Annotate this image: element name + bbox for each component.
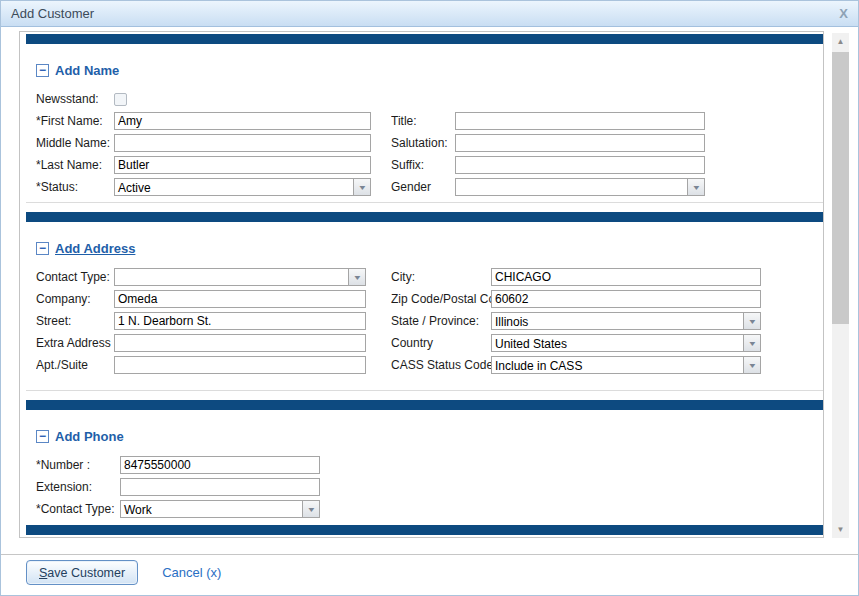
save-customer-label: Save Customer bbox=[39, 566, 125, 580]
extra-address-row: Extra Address Country United States ▼ bbox=[36, 334, 823, 352]
title-label: Title: bbox=[391, 114, 455, 128]
newsstand-row: Newsstand: bbox=[36, 90, 823, 108]
state-province-dropdown-value: Illinois bbox=[492, 313, 743, 329]
chevron-down-icon[interactable]: ▼ bbox=[743, 313, 760, 329]
phone-contact-type-label: *Contact Type: bbox=[36, 502, 120, 516]
apt-suite-row: Apt./Suite CASS Status Code Include in C… bbox=[36, 356, 823, 374]
state-province-label: State / Province: bbox=[391, 314, 491, 328]
status-label: *Status: bbox=[36, 180, 114, 194]
first-name-row: *First Name: Title: bbox=[36, 112, 823, 130]
country-label: Country bbox=[391, 336, 491, 350]
add-address-title[interactable]: Add Address bbox=[55, 241, 135, 256]
section-divider-bar bbox=[26, 212, 823, 222]
add-phone-title: Add Phone bbox=[55, 429, 124, 444]
middle-name-row: Middle Name: Salutation: bbox=[36, 134, 823, 152]
middle-name-input[interactable] bbox=[114, 134, 371, 152]
add-name-section: − Add Name Newsstand: *First Name: Title… bbox=[26, 62, 823, 203]
scroll-down-icon[interactable]: ▼ bbox=[832, 521, 849, 538]
street-row: Street: State / Province: Illinois ▼ bbox=[36, 312, 823, 330]
status-dropdown-value: Active bbox=[115, 179, 353, 195]
vertical-scrollbar[interactable]: ▲ ▼ bbox=[832, 33, 849, 538]
title-input[interactable] bbox=[455, 112, 705, 130]
extra-address-label: Extra Address bbox=[36, 336, 114, 350]
contact-type-label: Contact Type: bbox=[36, 270, 114, 284]
status-dropdown[interactable]: Active ▼ bbox=[114, 178, 371, 196]
chevron-down-icon[interactable]: ▼ bbox=[353, 179, 370, 195]
chevron-down-icon[interactable]: ▼ bbox=[743, 335, 760, 351]
dialog-title: Add Customer bbox=[11, 6, 94, 21]
first-name-label: *First Name: bbox=[36, 114, 114, 128]
extension-input[interactable] bbox=[120, 478, 320, 496]
phone-contact-type-dropdown[interactable]: Work ▼ bbox=[120, 500, 320, 518]
newsstand-label: Newsstand: bbox=[36, 92, 114, 106]
state-province-dropdown[interactable]: Illinois ▼ bbox=[491, 312, 761, 330]
suffix-input[interactable] bbox=[455, 156, 705, 174]
add-name-title: Add Name bbox=[55, 63, 119, 78]
phone-contact-type-row: *Contact Type: Work ▼ bbox=[36, 500, 823, 518]
apt-suite-label: Apt./Suite bbox=[36, 358, 114, 372]
phone-contact-type-dropdown-value: Work bbox=[121, 501, 302, 517]
last-name-input[interactable] bbox=[114, 156, 371, 174]
cancel-link[interactable]: Cancel (x) bbox=[162, 565, 221, 580]
section-divider-bar bbox=[26, 34, 823, 44]
gender-dropdown[interactable]: ▼ bbox=[455, 178, 705, 196]
chevron-down-icon[interactable]: ▼ bbox=[743, 357, 760, 373]
street-input[interactable] bbox=[114, 312, 366, 330]
dialog-titlebar: Add Customer X bbox=[1, 1, 858, 27]
salutation-input[interactable] bbox=[455, 134, 705, 152]
section-divider-bar bbox=[26, 525, 823, 535]
apt-suite-input[interactable] bbox=[114, 356, 366, 374]
extension-label: Extension: bbox=[36, 480, 120, 494]
footer-divider bbox=[1, 554, 858, 555]
chevron-down-icon[interactable]: ▼ bbox=[302, 501, 319, 517]
scroll-up-icon[interactable]: ▲ bbox=[832, 33, 849, 50]
cass-status-dropdown-value: Include in CASS bbox=[492, 357, 743, 373]
phone-number-label: *Number : bbox=[36, 458, 120, 472]
add-customer-dialog: Add Customer X − Add Name Newsstand: *Fi… bbox=[0, 0, 859, 596]
middle-name-label: Middle Name: bbox=[36, 136, 114, 150]
chevron-down-icon[interactable]: ▼ bbox=[348, 269, 365, 285]
country-dropdown-value: United States bbox=[492, 335, 743, 351]
collapse-minus-icon[interactable]: − bbox=[36, 430, 49, 443]
salutation-label: Salutation: bbox=[391, 136, 455, 150]
scrollbar-thumb[interactable] bbox=[832, 52, 849, 324]
section-divider-bar bbox=[26, 400, 823, 410]
first-name-input[interactable] bbox=[114, 112, 371, 130]
street-label: Street: bbox=[36, 314, 114, 328]
company-input[interactable] bbox=[114, 290, 366, 308]
cass-status-dropdown[interactable]: Include in CASS ▼ bbox=[491, 356, 761, 374]
form-scroll-panel: − Add Name Newsstand: *First Name: Title… bbox=[19, 31, 824, 538]
last-name-row: *Last Name: Suffix: bbox=[36, 156, 823, 174]
suffix-label: Suffix: bbox=[391, 158, 455, 172]
zip-code-input[interactable] bbox=[491, 290, 761, 308]
country-dropdown[interactable]: United States ▼ bbox=[491, 334, 761, 352]
cass-status-label: CASS Status Code bbox=[391, 358, 491, 372]
contact-type-dropdown-value bbox=[115, 269, 348, 285]
company-label: Company: bbox=[36, 292, 114, 306]
contact-type-row: Contact Type: ▼ City: bbox=[36, 268, 823, 286]
last-name-label: *Last Name: bbox=[36, 158, 114, 172]
extra-address-input[interactable] bbox=[114, 334, 366, 352]
status-row: *Status: Active ▼ Gender ▼ bbox=[36, 178, 823, 196]
extension-row: Extension: bbox=[36, 478, 823, 496]
company-row: Company: Zip Code/Postal Code: bbox=[36, 290, 823, 308]
phone-number-input[interactable] bbox=[120, 456, 320, 474]
city-input[interactable] bbox=[491, 268, 761, 286]
phone-number-row: *Number : bbox=[36, 456, 823, 474]
add-address-section: − Add Address Contact Type: ▼ City: Comp… bbox=[26, 240, 823, 391]
add-phone-section: − Add Phone *Number : Extension: *Contac… bbox=[26, 428, 823, 524]
zip-code-label: Zip Code/Postal Code: bbox=[391, 292, 491, 306]
add-phone-header: − Add Phone bbox=[36, 428, 823, 444]
add-address-header: − Add Address bbox=[36, 240, 823, 256]
collapse-minus-icon[interactable]: − bbox=[36, 242, 49, 255]
gender-label: Gender bbox=[391, 180, 455, 194]
save-customer-button[interactable]: Save Customer bbox=[26, 560, 138, 585]
gender-dropdown-value bbox=[456, 179, 687, 195]
collapse-minus-icon[interactable]: − bbox=[36, 64, 49, 77]
chevron-down-icon[interactable]: ▼ bbox=[687, 179, 704, 195]
close-icon[interactable]: X bbox=[839, 7, 848, 20]
dialog-footer: Save Customer Cancel (x) bbox=[26, 560, 221, 585]
add-name-header: − Add Name bbox=[36, 62, 823, 78]
contact-type-dropdown[interactable]: ▼ bbox=[114, 268, 366, 286]
newsstand-checkbox[interactable] bbox=[114, 93, 127, 106]
